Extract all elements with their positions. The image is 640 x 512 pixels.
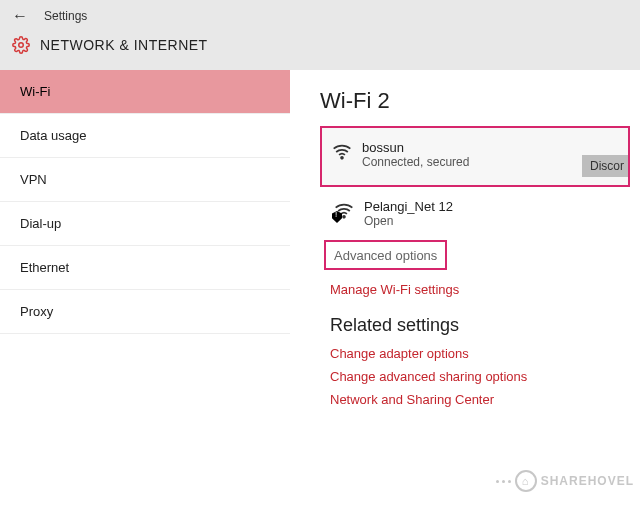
- available-network-row[interactable]: Pelangi_Net 12 Open: [320, 191, 640, 232]
- sidebar-item-vpn[interactable]: VPN: [0, 158, 290, 202]
- connected-status: Connected, secured: [362, 155, 469, 169]
- link-adapter-options[interactable]: Change adapter options: [330, 346, 640, 361]
- page-title: Wi-Fi 2: [320, 88, 640, 114]
- connected-ssid: bossun: [362, 140, 469, 155]
- link-network-sharing-center[interactable]: Network and Sharing Center: [330, 392, 640, 407]
- window-title: Settings: [44, 9, 87, 23]
- svg-point-1: [341, 157, 343, 159]
- svg-point-2: [343, 216, 345, 218]
- gear-icon: [12, 36, 30, 54]
- sidebar-item-wifi[interactable]: Wi-Fi: [0, 70, 290, 114]
- svg-point-0: [19, 43, 24, 48]
- wifi-signal-icon: [332, 142, 352, 162]
- sidebar-item-dialup[interactable]: Dial-up: [0, 202, 290, 246]
- back-icon[interactable]: ←: [12, 7, 28, 25]
- available-status: Open: [364, 214, 453, 228]
- sidebar-item-ethernet[interactable]: Ethernet: [0, 246, 290, 290]
- connected-network-card[interactable]: bossun Connected, secured Discor: [320, 126, 630, 187]
- advanced-options-highlight: Advanced options: [324, 240, 447, 270]
- shield-warning-icon: [332, 211, 342, 223]
- sidebar-item-proxy[interactable]: Proxy: [0, 290, 290, 334]
- main-panel: Wi-Fi 2 bossun Connected, secured Discor: [290, 70, 640, 512]
- manage-wifi-link[interactable]: Manage Wi-Fi settings: [330, 282, 640, 297]
- available-ssid: Pelangi_Net 12: [364, 199, 453, 214]
- sidebar-item-data-usage[interactable]: Data usage: [0, 114, 290, 158]
- sidebar: Wi-Fi Data usage VPN Dial-up Ethernet Pr…: [0, 70, 290, 512]
- watermark: ⌂ SHAREHOVEL: [496, 470, 634, 492]
- link-advanced-sharing[interactable]: Change advanced sharing options: [330, 369, 640, 384]
- related-heading: Related settings: [330, 315, 640, 336]
- advanced-options-link[interactable]: Advanced options: [334, 248, 437, 263]
- section-title: NETWORK & INTERNET: [40, 37, 208, 53]
- settings-header: ← Settings NETWORK & INTERNET: [0, 0, 640, 70]
- wifi-open-icon: [334, 201, 354, 221]
- disconnect-button[interactable]: Discor: [582, 155, 628, 177]
